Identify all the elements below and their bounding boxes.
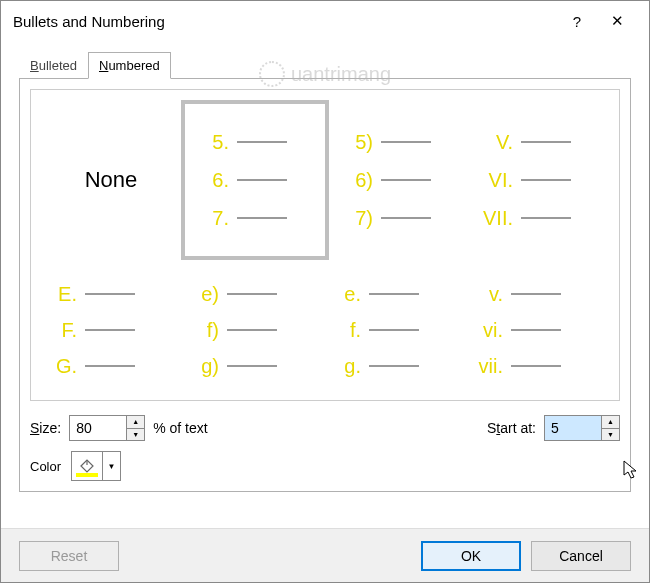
style-arabic-period[interactable]: 5. 6. 7.: [181, 100, 329, 260]
dialog-title: Bullets and Numbering: [13, 13, 557, 30]
tab-numbered[interactable]: Numbered: [88, 52, 171, 79]
size-down[interactable]: ▼: [127, 429, 144, 441]
size-suffix: % of text: [153, 420, 207, 436]
style-alpha-upper[interactable]: E. F. G.: [41, 270, 183, 390]
reset-button[interactable]: Reset: [19, 541, 119, 571]
color-label: Color: [30, 459, 61, 474]
ok-button[interactable]: OK: [421, 541, 521, 571]
dialog-footer: Reset OK Cancel: [1, 528, 649, 582]
tab-panel: None 5. 6. 7. 5) 6) 7) V. VI.: [19, 79, 631, 492]
style-alpha-lower-period[interactable]: e. f. g.: [325, 270, 467, 390]
help-button[interactable]: ?: [557, 13, 597, 30]
startat-down[interactable]: ▼: [602, 429, 619, 441]
style-none[interactable]: None: [41, 100, 181, 260]
size-up[interactable]: ▲: [127, 416, 144, 429]
style-alpha-lower-paren[interactable]: e) f) g): [183, 270, 325, 390]
startat-spinner[interactable]: ▲ ▼: [544, 415, 620, 441]
style-roman-upper[interactable]: V. VI. VII.: [469, 100, 609, 260]
startat-input[interactable]: [545, 416, 601, 440]
tab-strip: Bulleted Numbered: [19, 51, 631, 79]
paint-bucket-icon: [72, 452, 102, 480]
style-roman-lower[interactable]: v. vi. vii.: [467, 270, 609, 390]
tab-bulleted[interactable]: Bulleted: [19, 52, 88, 79]
size-spinner[interactable]: ▲ ▼: [69, 415, 145, 441]
titlebar: Bullets and Numbering ? ✕: [1, 1, 649, 41]
color-picker[interactable]: ▼: [71, 451, 121, 481]
style-arabic-paren[interactable]: 5) 6) 7): [329, 100, 469, 260]
size-input[interactable]: [70, 416, 126, 440]
close-button[interactable]: ✕: [597, 12, 637, 30]
size-label: Size:: [30, 420, 61, 436]
startat-label: Start at:: [487, 420, 536, 436]
cancel-button[interactable]: Cancel: [531, 541, 631, 571]
startat-up[interactable]: ▲: [602, 416, 619, 429]
chevron-down-icon: ▼: [102, 452, 120, 480]
numbering-gallery: None 5. 6. 7. 5) 6) 7) V. VI.: [30, 89, 620, 401]
dialog-window: Bullets and Numbering ? ✕ uantrimang Bul…: [0, 0, 650, 583]
